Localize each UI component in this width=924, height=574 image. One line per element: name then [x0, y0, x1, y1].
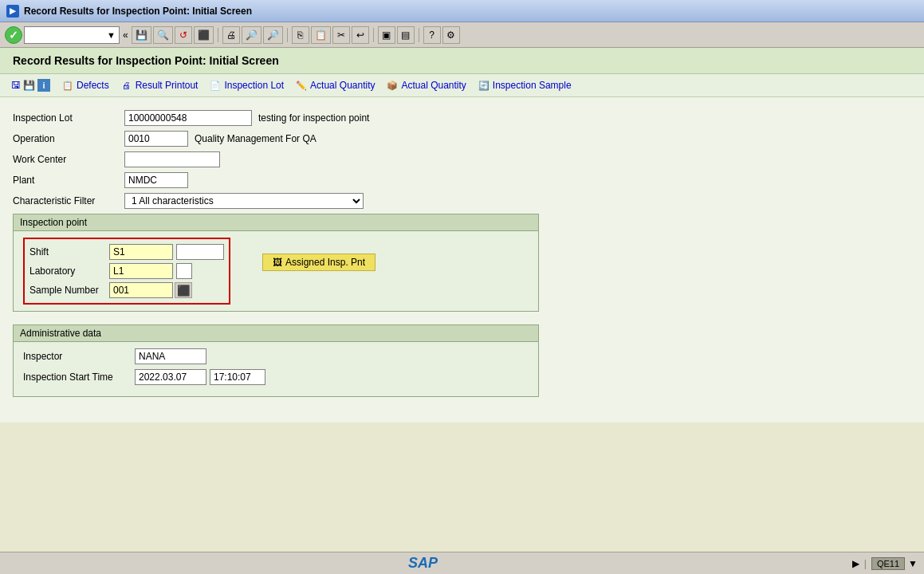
inspection-start-time-label: Inspection Start Time [23, 372, 135, 383]
plant-input[interactable] [124, 172, 188, 188]
paste-btn[interactable]: 📋 [311, 26, 331, 44]
inspection-lot-label: Actual Quantity [310, 80, 375, 91]
work-center-input[interactable] [124, 151, 220, 167]
inspection-lot-icon: ✏️ [295, 79, 308, 92]
result-printout-label: Result Printout [136, 80, 199, 91]
defects-icon: 📋 [61, 79, 74, 92]
administrative-data-content: Inspector Inspection Start Time [14, 342, 538, 396]
inspection-point-section: Inspection point Shift Laboratory [13, 214, 539, 312]
window1-btn[interactable]: ▣ [378, 26, 395, 44]
page-title: Record Results for Inspection Point: Ini… [13, 54, 911, 67]
laboratory-input[interactable] [109, 263, 173, 279]
command-dropdown[interactable]: ▼ [24, 26, 120, 44]
page-header: Record Results for Inspection Point: Ini… [0, 48, 924, 74]
inspection-point-content: Shift Laboratory Sample Number [14, 231, 538, 311]
toolbar: ✓ ▼ « 💾 🔍 ↺ ⬛ 🖨 🔎 🔎 ⎘ 📋 ✂ ↩ ▣ ▤ ? ⚙ [0, 22, 924, 48]
sample-number-btn[interactable]: ⬛ [175, 282, 192, 298]
sample-number-label: Sample Number [29, 285, 109, 296]
result-printout-icon: 🖨 [120, 79, 133, 92]
operation-desc: Quality Management For QA [195, 133, 317, 144]
operation-label: Operation [13, 133, 124, 144]
shift-label: Shift [29, 246, 109, 258]
undo-btn[interactable]: ↩ [352, 26, 369, 44]
inspection-lot-row: Inspection Lot testing for inspection po… [13, 110, 911, 126]
shift-extra-input[interactable] [176, 244, 224, 260]
administrative-data-title: Administrative data [20, 328, 101, 339]
inspection-sample-label: Inspection Sample [493, 80, 572, 91]
sep3 [373, 28, 374, 42]
title-bar: ▶ Record Results for Inspection Point: I… [0, 0, 924, 22]
usage-decision-icon: 📄 [209, 79, 222, 92]
red-border-group: Shift Laboratory Sample Number [23, 238, 230, 305]
sep4 [419, 28, 419, 42]
inspection-point-title: Inspection point [20, 217, 87, 228]
inspection-lot-label: Inspection Lot [13, 112, 124, 124]
inspector-input[interactable] [135, 348, 206, 364]
sep1 [218, 28, 218, 42]
stop-btn[interactable]: ⬛ [194, 26, 214, 44]
refresh-btn[interactable]: ↺ [175, 26, 192, 44]
actual-quantity-label: Actual Quantity [401, 80, 466, 91]
inspection-point-fields: Shift Laboratory Sample Number [23, 238, 230, 305]
work-center-row: Work Center [13, 151, 911, 167]
sample-number-row: Sample Number ⬛ [29, 282, 224, 298]
menu-save-icons[interactable]: 🖫 💾 i [6, 77, 55, 93]
assigned-btn-icon: 🖼 [273, 257, 282, 268]
inspection-lot-input[interactable] [124, 110, 252, 126]
search-btn[interactable]: 🔎 [242, 26, 261, 44]
shift-input[interactable] [109, 244, 173, 260]
form-area: Inspection Lot testing for inspection po… [0, 97, 924, 423]
ok-button[interactable]: ✓ [5, 26, 22, 44]
menu-bar: 🖫 💾 i 📋 Defects 🖨 Result Printout 📄 Insp… [0, 74, 924, 97]
menu-actual-quantity[interactable]: 📦 Actual Quantity [381, 77, 470, 93]
operation-input[interactable] [124, 131, 188, 147]
help-btn[interactable]: ? [423, 26, 441, 44]
plant-label: Plant [13, 175, 124, 186]
menu-inspection-lot[interactable]: ✏️ Actual Quantity [290, 77, 379, 93]
settings-btn[interactable]: ⚙ [442, 26, 460, 44]
assigned-btn-area: 🖼 Assigned Insp. Pnt [262, 254, 375, 271]
copy-btn[interactable]: ⎘ [292, 26, 309, 44]
assigned-btn-label: Assigned Insp. Pnt [285, 257, 365, 268]
save-small-icon: 🖫 [11, 80, 21, 91]
search2-btn[interactable]: 🔎 [263, 26, 283, 44]
inspection-start-date-input[interactable] [135, 369, 206, 385]
menu-result-printout[interactable]: 🖨 Result Printout [116, 77, 203, 93]
inspector-row: Inspector [23, 348, 529, 364]
operation-row: Operation Quality Management For QA [13, 131, 911, 147]
administrative-data-section: Administrative data Inspector Inspection… [13, 324, 539, 397]
sample-number-input[interactable] [109, 282, 173, 298]
info-icon: i [37, 79, 50, 92]
shift-row: Shift [29, 244, 224, 260]
delete-btn[interactable]: ✂ [332, 26, 350, 44]
characteristic-filter-row: Characteristic Filter 1 All characterist… [13, 193, 911, 209]
print-btn[interactable]: 🖨 [222, 26, 240, 44]
administrative-data-header: Administrative data [14, 325, 538, 342]
window2-btn[interactable]: ▤ [397, 26, 415, 44]
inspector-label: Inspector [23, 351, 135, 362]
plant-row: Plant [13, 172, 911, 188]
characteristic-filter-select[interactable]: 1 All characteristics 2 Open characteris… [124, 193, 364, 209]
inspection-sample-icon: 🔄 [478, 79, 490, 92]
laboratory-extra-input[interactable] [176, 263, 192, 279]
sep2 [287, 28, 288, 42]
menu-inspection-sample[interactable]: 🔄 Inspection Sample [473, 77, 576, 93]
menu-defects[interactable]: 📋 Defects [57, 77, 114, 93]
defects-label: Defects [77, 80, 109, 91]
find-btn[interactable]: 🔍 [153, 26, 173, 44]
usage-decision-label: Inspection Lot [224, 80, 284, 91]
save-icon: 💾 [23, 80, 35, 91]
laboratory-label: Laboratory [29, 265, 109, 277]
assigned-insp-pnt-button[interactable]: 🖼 Assigned Insp. Pnt [262, 254, 375, 271]
dropdown-arrow: ▼ [107, 30, 116, 40]
inspection-start-time-input[interactable] [210, 369, 265, 385]
actual-quantity-icon: 📦 [386, 79, 399, 92]
nav-back-icon[interactable]: « [123, 29, 128, 41]
characteristic-filter-label: Characteristic Filter [13, 195, 124, 206]
window-title: Record Results for Inspection Point: Ini… [24, 6, 252, 17]
inspection-start-time-row: Inspection Start Time [23, 369, 529, 385]
menu-usage-decision[interactable]: 📄 Inspection Lot [204, 77, 289, 93]
inspection-lot-desc: testing for inspection point [258, 112, 369, 124]
save-toolbar-btn[interactable]: 💾 [132, 26, 151, 44]
work-center-label: Work Center [13, 154, 124, 165]
